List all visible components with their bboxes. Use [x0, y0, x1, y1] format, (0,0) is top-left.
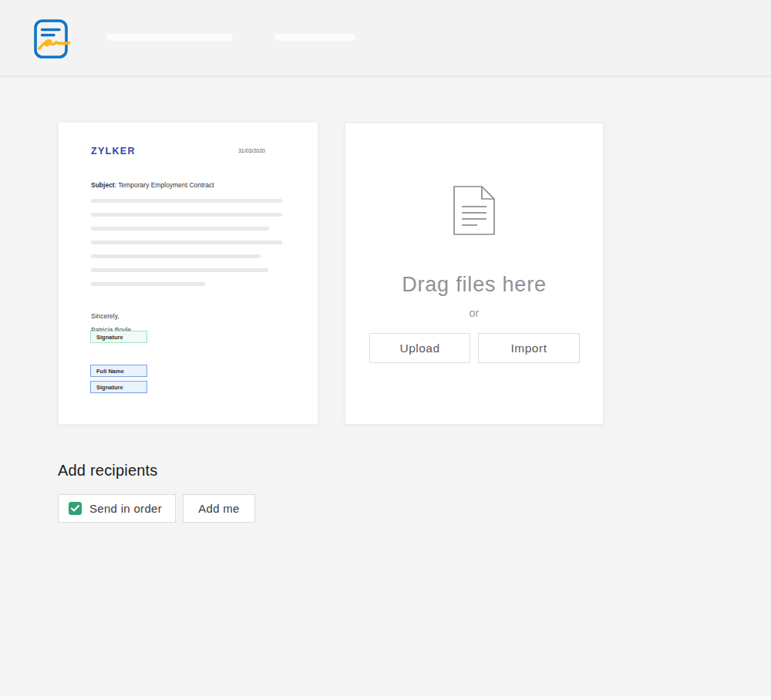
app-logo[interactable] — [34, 19, 71, 59]
doc-text-placeholder-line — [91, 268, 268, 272]
bottom-edge-strip — [0, 695, 771, 700]
page: ZYLKER 31/03/2020 Subject: Temporary Emp… — [0, 0, 771, 700]
file-drop-zone[interactable]: Drag files here or Upload Import — [345, 123, 604, 425]
document-subject: Subject: Temporary Employment Contract — [91, 181, 214, 189]
add-me-label: Add me — [198, 502, 240, 515]
add-recipients-heading: Add recipients — [58, 462, 158, 480]
doc-text-placeholder-line — [91, 227, 269, 231]
document-file-icon — [453, 185, 496, 239]
doc-text-placeholder-line — [91, 254, 261, 258]
doc-text-placeholder-line — [91, 241, 282, 244]
doc-text-placeholder-line — [91, 199, 282, 203]
recipient-signature-field[interactable]: Signature — [90, 381, 147, 393]
import-button[interactable]: Import — [478, 333, 580, 363]
doc-placeholder-lines — [91, 199, 282, 296]
send-in-order-toggle[interactable]: Send in order — [58, 494, 176, 523]
recipient-fullname-field[interactable]: Full Name — [90, 365, 147, 377]
add-me-button[interactable]: Add me — [183, 494, 255, 523]
drag-files-here-text: Drag files here — [345, 273, 603, 297]
checkmark-icon — [71, 505, 79, 512]
document-date: 31/03/2020 — [238, 148, 265, 153]
send-in-order-checkbox[interactable] — [69, 502, 82, 515]
document-brand: ZYLKER — [91, 146, 136, 156]
sender-signature-field[interactable]: Signature — [90, 331, 147, 343]
doc-text-placeholder-line — [91, 213, 282, 217]
send-in-order-label: Send in order — [89, 502, 162, 515]
upload-button[interactable]: Upload — [369, 333, 470, 363]
doc-text-placeholder-line — [91, 282, 205, 286]
nav-placeholder-bar-2 — [274, 34, 355, 41]
document-subject-label: Subject — [91, 181, 115, 189]
nav-placeholder-bar-1 — [106, 34, 233, 41]
or-text: or — [345, 307, 603, 319]
document-preview-card: ZYLKER 31/03/2020 Subject: Temporary Emp… — [58, 122, 318, 425]
document-subject-text: : Temporary Employment Contract — [115, 181, 214, 189]
closing-line-1: Sincerely, — [91, 310, 131, 324]
app-header — [0, 0, 771, 77]
document-signature-icon — [34, 19, 71, 59]
